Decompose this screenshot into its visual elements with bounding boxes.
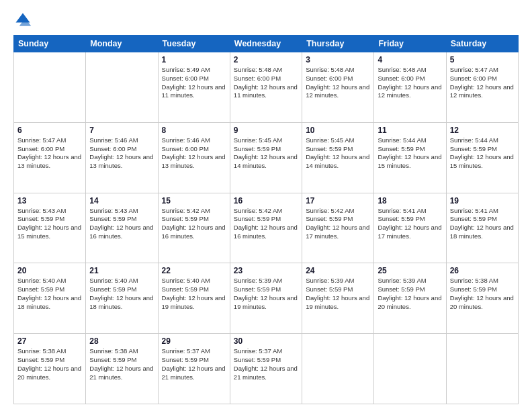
day-info: Sunrise: 5:45 AM Sunset: 5:59 PM Dayligh… bbox=[234, 136, 298, 171]
day-info: Sunrise: 5:47 AM Sunset: 6:00 PM Dayligh… bbox=[450, 66, 515, 100]
day-info: Sunrise: 5:48 AM Sunset: 6:00 PM Dayligh… bbox=[234, 66, 298, 100]
calendar-cell: 4Sunrise: 5:48 AM Sunset: 6:00 PM Daylig… bbox=[374, 52, 446, 123]
calendar-cell: 11Sunrise: 5:44 AM Sunset: 5:59 PM Dayli… bbox=[374, 122, 446, 193]
day-info: Sunrise: 5:48 AM Sunset: 6:00 PM Dayligh… bbox=[378, 66, 442, 100]
day-info: Sunrise: 5:46 AM Sunset: 6:00 PM Dayligh… bbox=[89, 136, 154, 171]
week-row-4: 27Sunrise: 5:38 AM Sunset: 5:59 PM Dayli… bbox=[14, 334, 519, 404]
day-number: 2 bbox=[234, 55, 298, 64]
calendar-cell: 13Sunrise: 5:43 AM Sunset: 5:59 PM Dayli… bbox=[14, 193, 86, 263]
day-number: 21 bbox=[89, 266, 154, 275]
day-number: 17 bbox=[306, 196, 370, 205]
day-number: 6 bbox=[17, 126, 82, 135]
day-number: 4 bbox=[378, 55, 442, 64]
day-number: 24 bbox=[306, 266, 370, 275]
day-info: Sunrise: 5:42 AM Sunset: 5:59 PM Dayligh… bbox=[234, 207, 298, 241]
day-info: Sunrise: 5:38 AM Sunset: 5:59 PM Dayligh… bbox=[89, 347, 154, 381]
day-number: 22 bbox=[162, 266, 226, 275]
day-header-wednesday: Wednesday bbox=[230, 36, 302, 52]
calendar-cell: 19Sunrise: 5:41 AM Sunset: 5:59 PM Dayli… bbox=[446, 193, 518, 263]
day-info: Sunrise: 5:41 AM Sunset: 5:59 PM Dayligh… bbox=[378, 207, 442, 241]
day-number: 14 bbox=[89, 196, 154, 205]
calendar-cell bbox=[302, 334, 374, 404]
calendar-cell: 30Sunrise: 5:37 AM Sunset: 5:59 PM Dayli… bbox=[230, 334, 302, 404]
day-header-saturday: Saturday bbox=[446, 36, 518, 52]
day-header-sunday: Sunday bbox=[14, 36, 86, 52]
day-info: Sunrise: 5:43 AM Sunset: 5:59 PM Dayligh… bbox=[17, 207, 82, 241]
day-info: Sunrise: 5:47 AM Sunset: 6:00 PM Dayligh… bbox=[17, 136, 82, 171]
calendar-cell: 22Sunrise: 5:40 AM Sunset: 5:59 PM Dayli… bbox=[158, 263, 230, 334]
calendar-cell: 29Sunrise: 5:37 AM Sunset: 5:59 PM Dayli… bbox=[158, 334, 230, 404]
day-info: Sunrise: 5:46 AM Sunset: 6:00 PM Dayligh… bbox=[162, 136, 226, 171]
calendar-cell: 2Sunrise: 5:48 AM Sunset: 6:00 PM Daylig… bbox=[230, 52, 302, 123]
calendar-cell: 7Sunrise: 5:46 AM Sunset: 6:00 PM Daylig… bbox=[86, 122, 158, 193]
day-info: Sunrise: 5:42 AM Sunset: 5:59 PM Dayligh… bbox=[162, 207, 226, 241]
week-row-0: 1Sunrise: 5:49 AM Sunset: 6:00 PM Daylig… bbox=[14, 52, 519, 123]
day-info: Sunrise: 5:45 AM Sunset: 5:59 PM Dayligh… bbox=[306, 136, 370, 171]
day-info: Sunrise: 5:49 AM Sunset: 6:00 PM Dayligh… bbox=[162, 66, 226, 100]
day-number: 12 bbox=[450, 126, 515, 135]
calendar-cell: 10Sunrise: 5:45 AM Sunset: 5:59 PM Dayli… bbox=[302, 122, 374, 193]
day-info: Sunrise: 5:40 AM Sunset: 5:59 PM Dayligh… bbox=[89, 277, 154, 311]
day-info: Sunrise: 5:48 AM Sunset: 6:00 PM Dayligh… bbox=[306, 66, 370, 100]
calendar-table: SundayMondayTuesdayWednesdayThursdayFrid… bbox=[13, 35, 519, 404]
day-number: 30 bbox=[234, 336, 298, 346]
week-row-2: 13Sunrise: 5:43 AM Sunset: 5:59 PM Dayli… bbox=[14, 193, 519, 263]
day-header-tuesday: Tuesday bbox=[158, 36, 230, 52]
day-number: 7 bbox=[89, 126, 154, 135]
day-number: 25 bbox=[378, 266, 442, 275]
day-number: 20 bbox=[17, 266, 82, 275]
day-number: 16 bbox=[234, 196, 298, 205]
day-number: 18 bbox=[378, 196, 442, 205]
day-info: Sunrise: 5:42 AM Sunset: 5:59 PM Dayligh… bbox=[306, 207, 370, 241]
calendar-cell: 28Sunrise: 5:38 AM Sunset: 5:59 PM Dayli… bbox=[86, 334, 158, 404]
day-number: 3 bbox=[306, 55, 370, 64]
calendar-cell: 24Sunrise: 5:39 AM Sunset: 5:59 PM Dayli… bbox=[302, 263, 374, 334]
calendar-cell bbox=[374, 334, 446, 404]
day-number: 27 bbox=[17, 336, 82, 346]
day-number: 10 bbox=[306, 126, 370, 135]
day-number: 19 bbox=[450, 196, 515, 205]
day-number: 8 bbox=[162, 126, 226, 135]
calendar-cell: 20Sunrise: 5:40 AM Sunset: 5:59 PM Dayli… bbox=[14, 263, 86, 334]
calendar-cell: 14Sunrise: 5:43 AM Sunset: 5:59 PM Dayli… bbox=[86, 193, 158, 263]
day-number: 13 bbox=[17, 196, 82, 205]
calendar-cell: 16Sunrise: 5:42 AM Sunset: 5:59 PM Dayli… bbox=[230, 193, 302, 263]
calendar-cell: 25Sunrise: 5:39 AM Sunset: 5:59 PM Dayli… bbox=[374, 263, 446, 334]
day-number: 9 bbox=[234, 126, 298, 135]
calendar-cell: 21Sunrise: 5:40 AM Sunset: 5:59 PM Dayli… bbox=[86, 263, 158, 334]
calendar-cell: 3Sunrise: 5:48 AM Sunset: 6:00 PM Daylig… bbox=[302, 52, 374, 123]
day-info: Sunrise: 5:37 AM Sunset: 5:59 PM Dayligh… bbox=[234, 347, 298, 381]
calendar-cell: 23Sunrise: 5:39 AM Sunset: 5:59 PM Dayli… bbox=[230, 263, 302, 334]
day-info: Sunrise: 5:38 AM Sunset: 5:59 PM Dayligh… bbox=[450, 277, 515, 311]
day-header-thursday: Thursday bbox=[302, 36, 374, 52]
calendar-header-row: SundayMondayTuesdayWednesdayThursdayFrid… bbox=[14, 36, 519, 52]
logo-icon bbox=[13, 11, 32, 30]
calendar-cell bbox=[446, 334, 518, 404]
calendar-cell: 5Sunrise: 5:47 AM Sunset: 6:00 PM Daylig… bbox=[446, 52, 518, 123]
calendar-cell: 9Sunrise: 5:45 AM Sunset: 5:59 PM Daylig… bbox=[230, 122, 302, 193]
calendar-cell: 15Sunrise: 5:42 AM Sunset: 5:59 PM Dayli… bbox=[158, 193, 230, 263]
day-number: 1 bbox=[162, 55, 226, 64]
day-number: 26 bbox=[450, 266, 515, 275]
day-number: 23 bbox=[234, 266, 298, 275]
day-info: Sunrise: 5:39 AM Sunset: 5:59 PM Dayligh… bbox=[306, 277, 370, 311]
day-number: 5 bbox=[450, 55, 515, 64]
week-row-3: 20Sunrise: 5:40 AM Sunset: 5:59 PM Dayli… bbox=[14, 263, 519, 334]
day-number: 11 bbox=[378, 126, 442, 135]
day-header-friday: Friday bbox=[374, 36, 446, 52]
day-info: Sunrise: 5:44 AM Sunset: 5:59 PM Dayligh… bbox=[450, 136, 515, 171]
day-info: Sunrise: 5:40 AM Sunset: 5:59 PM Dayligh… bbox=[17, 277, 82, 311]
day-info: Sunrise: 5:44 AM Sunset: 5:59 PM Dayligh… bbox=[378, 136, 442, 171]
day-info: Sunrise: 5:37 AM Sunset: 5:59 PM Dayligh… bbox=[162, 347, 226, 381]
day-number: 15 bbox=[162, 196, 226, 205]
header bbox=[13, 11, 519, 30]
calendar-cell: 27Sunrise: 5:38 AM Sunset: 5:59 PM Dayli… bbox=[14, 334, 86, 404]
calendar-cell: 8Sunrise: 5:46 AM Sunset: 6:00 PM Daylig… bbox=[158, 122, 230, 193]
day-info: Sunrise: 5:43 AM Sunset: 5:59 PM Dayligh… bbox=[89, 207, 154, 241]
day-header-monday: Monday bbox=[86, 36, 158, 52]
calendar-cell: 12Sunrise: 5:44 AM Sunset: 5:59 PM Dayli… bbox=[446, 122, 518, 193]
logo bbox=[13, 11, 35, 30]
calendar-cell bbox=[14, 52, 86, 123]
calendar-cell: 17Sunrise: 5:42 AM Sunset: 5:59 PM Dayli… bbox=[302, 193, 374, 263]
calendar-cell: 1Sunrise: 5:49 AM Sunset: 6:00 PM Daylig… bbox=[158, 52, 230, 123]
